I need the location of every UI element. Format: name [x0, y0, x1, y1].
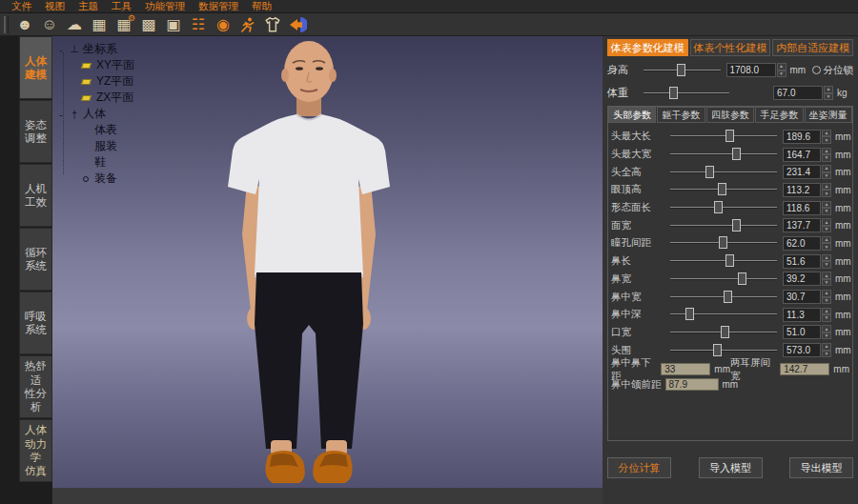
- spin-up-icon[interactable]: ▲: [822, 165, 831, 172]
- spin-up-icon[interactable]: ▲: [822, 236, 831, 244]
- sidebar-item-2[interactable]: 姿态 调整: [19, 100, 52, 163]
- spin-up-icon[interactable]: ▲: [822, 343, 831, 351]
- sidebar-item-5[interactable]: 呼吸 系统: [19, 292, 52, 354]
- menu-item-1[interactable]: 文件: [5, 0, 38, 12]
- sidebar-item-7[interactable]: 人体 动力学 仿真: [19, 419, 52, 482]
- weight-value[interactable]: 67.0: [773, 86, 823, 100]
- menu-item-7[interactable]: 帮助: [245, 0, 278, 12]
- spin-up-icon[interactable]: ▲: [822, 272, 831, 279]
- spin-up-icon[interactable]: ▲: [822, 325, 831, 333]
- weight-slider[interactable]: [644, 86, 729, 101]
- spin-down-icon[interactable]: ▼: [822, 297, 831, 305]
- param-value[interactable]: 573.0: [783, 343, 821, 357]
- spin-up-icon[interactable]: ▲: [822, 130, 831, 137]
- param-slider[interactable]: [670, 200, 777, 215]
- sidebar-item-4[interactable]: 循环 系统: [19, 228, 52, 291]
- slider-thumb[interactable]: [718, 183, 726, 195]
- tree-item-YZ平面[interactable]: YZ平面: [59, 73, 134, 90]
- slider-thumb[interactable]: [738, 272, 746, 285]
- spin-down-icon[interactable]: ▼: [822, 208, 831, 215]
- 3d-viewport[interactable]: -⊥坐标系XY平面YZ平面ZX平面-†人体体表服装鞋装备: [52, 36, 603, 504]
- param-slider[interactable]: [670, 290, 777, 305]
- tab-1[interactable]: 体表参数化建模: [607, 39, 688, 56]
- button-2[interactable]: 导入模型: [699, 457, 763, 478]
- expand-icon[interactable]: -: [59, 109, 69, 120]
- spin-down-icon[interactable]: ▼: [822, 136, 831, 144]
- sidebar-item-1[interactable]: 人体 建模: [19, 36, 52, 99]
- spin-up-icon[interactable]: ▲: [822, 183, 831, 191]
- human-model[interactable]: [52, 36, 603, 504]
- slider-thumb[interactable]: [725, 254, 734, 267]
- spin-up-icon[interactable]: ▲: [822, 290, 831, 297]
- spin-up-icon[interactable]: ▲: [822, 218, 831, 226]
- slider-thumb[interactable]: [732, 219, 741, 232]
- tab-3[interactable]: 内部自适应建模: [772, 39, 853, 56]
- slider-thumb[interactable]: [721, 326, 729, 338]
- menu-item-6[interactable]: 数据管理: [192, 0, 245, 12]
- mesh-gear-icon[interactable]: ▦⚙: [112, 14, 136, 35]
- weight-slider-thumb[interactable]: [669, 87, 678, 99]
- param-value[interactable]: 164.7: [783, 148, 821, 162]
- param-slider[interactable]: [670, 165, 777, 180]
- spin-down-icon[interactable]: ▼: [822, 261, 831, 269]
- param-value[interactable]: 113.2: [783, 183, 821, 197]
- menu-item-2[interactable]: 视图: [38, 0, 72, 12]
- button-3[interactable]: 导出模型: [789, 457, 853, 478]
- param-value[interactable]: 62.0: [783, 236, 821, 251]
- spin-up-icon[interactable]: ▲: [822, 308, 831, 315]
- height-slider[interactable]: [644, 63, 721, 78]
- slider-thumb[interactable]: [714, 201, 723, 213]
- hierarchy-icon[interactable]: ☷: [186, 14, 211, 35]
- radio-icon[interactable]: [812, 66, 821, 74]
- spin-up-icon[interactable]: ▲: [822, 254, 831, 262]
- param-value[interactable]: 39.2: [783, 272, 821, 286]
- readonly-field[interactable]: 33: [661, 363, 710, 375]
- spin-down-icon[interactable]: ▼: [822, 226, 831, 233]
- slider-thumb[interactable]: [719, 236, 727, 249]
- readonly-field[interactable]: 87.9: [665, 378, 719, 391]
- param-slider[interactable]: [670, 129, 777, 144]
- spin-up-icon[interactable]: ▲: [822, 148, 831, 155]
- param-slider[interactable]: [670, 307, 777, 322]
- param-value[interactable]: 51.0: [783, 325, 821, 339]
- spin-up-icon[interactable]: ▲: [777, 63, 786, 71]
- head-front-icon[interactable]: ☻: [12, 14, 37, 35]
- tree-item-服装[interactable]: 服装: [59, 138, 134, 154]
- menu-item-4[interactable]: 工具: [105, 0, 138, 12]
- param-tab-1[interactable]: 头部参数: [608, 107, 656, 123]
- tree-item-鞋[interactable]: 鞋: [59, 154, 134, 171]
- param-slider[interactable]: [670, 325, 777, 340]
- tree-item-XY平面[interactable]: XY平面: [59, 57, 134, 73]
- display-capture-icon[interactable]: ▣: [161, 14, 186, 35]
- mesh-body-icon[interactable]: ▦: [87, 14, 112, 35]
- button-1[interactable]: 分位计算: [607, 457, 671, 478]
- head-side-icon[interactable]: ☺: [37, 14, 62, 35]
- slider-thumb[interactable]: [685, 308, 694, 320]
- exit-icon[interactable]: [285, 14, 310, 35]
- percentile-lock[interactable]: 分位锁: [812, 64, 854, 77]
- height-slider-thumb[interactable]: [677, 64, 685, 76]
- slider-thumb[interactable]: [732, 148, 741, 160]
- param-value[interactable]: 189.6: [783, 130, 821, 144]
- param-value[interactable]: 137.7: [783, 218, 821, 232]
- mesh-cube-icon[interactable]: ▩: [136, 14, 161, 35]
- spin-up-icon[interactable]: ▲: [822, 201, 831, 209]
- param-slider[interactable]: [670, 218, 777, 233]
- slider-thumb[interactable]: [713, 344, 722, 356]
- slider-thumb[interactable]: [724, 291, 732, 303]
- expand-icon[interactable]: -: [59, 44, 69, 55]
- sidebar-item-6[interactable]: 热舒适 性分析: [19, 355, 52, 418]
- spin-down-icon[interactable]: ▼: [822, 190, 831, 197]
- param-tab-3[interactable]: 四肢参数: [706, 107, 754, 123]
- tree-item-坐标系[interactable]: -⊥坐标系: [59, 41, 134, 57]
- spin-down-icon[interactable]: ▼: [822, 333, 831, 340]
- tshirt-icon[interactable]: [260, 14, 285, 35]
- spin-down-icon[interactable]: ▼: [822, 314, 831, 322]
- menu-item-3[interactable]: 主题: [72, 0, 105, 12]
- param-value[interactable]: 11.3: [783, 308, 821, 322]
- spin-down-icon[interactable]: ▼: [822, 154, 831, 162]
- tree-item-体表[interactable]: 体表: [59, 122, 134, 138]
- tree-item-装备[interactable]: 装备: [59, 171, 134, 187]
- param-value[interactable]: 30.7: [783, 290, 821, 304]
- toolbar-grip[interactable]: [4, 16, 9, 33]
